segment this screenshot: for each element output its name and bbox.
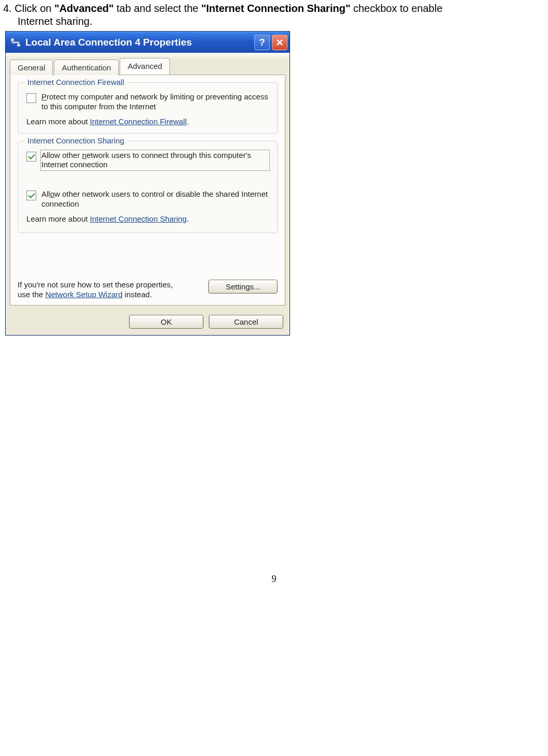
- bold-ics: "Internet Connection Sharing": [201, 3, 351, 14]
- ics-allow-connect-checkbox[interactable]: [26, 152, 36, 162]
- dialog-title: Local Area Connection 4 Properties: [25, 37, 252, 48]
- firewall-learn: Learn more about Internet Connection Fir…: [26, 117, 269, 126]
- ics-allow-control-checkbox[interactable]: [26, 191, 36, 200]
- titlebar[interactable]: Local Area Connection 4 Properties ?: [6, 32, 290, 53]
- close-button[interactable]: [272, 35, 287, 50]
- firewall-group-title: Internet Connection Firewall: [24, 78, 127, 86]
- ics-allow-control-row[interactable]: Allow other network users to control or …: [26, 190, 269, 209]
- help-button[interactable]: ?: [254, 35, 270, 50]
- firewall-link[interactable]: Internet Connection Firewall: [90, 117, 187, 126]
- tab-row: General Authentication Advanced: [6, 53, 290, 75]
- dialog-footer: OK Cancel: [6, 310, 290, 335]
- properties-dialog: Local Area Connection 4 Properties ? Gen…: [5, 31, 290, 336]
- network-setup-wizard-link[interactable]: Network Setup Wizard: [45, 290, 122, 299]
- page-number: 9: [0, 574, 548, 590]
- bottom-area: If you're not sure how to set these prop…: [18, 280, 278, 300]
- svg-rect-2: [17, 43, 20, 47]
- connection-icon: [10, 37, 21, 48]
- instruction-text: 4. Click on "Advanced" tab and select th…: [0, 0, 548, 28]
- instruction-line2: Internet sharing.: [18, 15, 544, 28]
- sharing-group: Internet Connection Sharing Allow other …: [18, 141, 278, 233]
- ics-allow-control-label: Allow other network users to control or …: [41, 190, 269, 209]
- step-number: 4.: [3, 3, 12, 14]
- cancel-button[interactable]: Cancel: [209, 315, 283, 329]
- sharing-link[interactable]: Internet Connection Sharing: [90, 214, 187, 223]
- bold-advanced: "Advanced": [54, 3, 114, 14]
- tab-general[interactable]: General: [10, 60, 53, 75]
- sharing-learn: Learn more about Internet Connection Sha…: [26, 214, 269, 223]
- firewall-checkbox[interactable]: [26, 93, 36, 103]
- firewall-group: Internet Connection Firewall Protect my …: [18, 82, 278, 134]
- sharing-group-title: Internet Connection Sharing: [24, 136, 127, 145]
- tab-advanced[interactable]: Advanced: [120, 58, 170, 75]
- svg-rect-0: [11, 41, 20, 43]
- ok-button[interactable]: OK: [129, 315, 204, 329]
- settings-button[interactable]: Settings...: [208, 280, 278, 294]
- svg-rect-1: [11, 38, 14, 41]
- advanced-panel: Internet Connection Firewall Protect my …: [10, 75, 285, 306]
- wizard-text: If you're not sure how to set these prop…: [18, 280, 183, 300]
- ics-allow-connect-row[interactable]: Allow other network users to connect thr…: [26, 151, 269, 170]
- ics-allow-connect-label: Allow other network users to connect thr…: [41, 151, 269, 170]
- firewall-checkbox-row[interactable]: Protect my computer and network by limit…: [26, 92, 269, 112]
- tab-authentication[interactable]: Authentication: [54, 60, 119, 75]
- firewall-checkbox-label: Protect my computer and network by limit…: [41, 92, 269, 112]
